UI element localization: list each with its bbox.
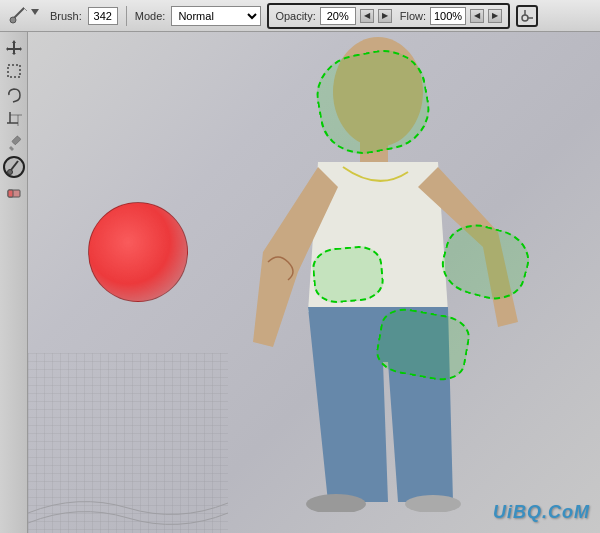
svg-point-7 [524, 10, 526, 12]
airbrush-button[interactable] [516, 5, 538, 27]
svg-point-1 [10, 17, 16, 23]
opacity-prev-btn[interactable]: ◀ [360, 9, 374, 23]
crop-icon [6, 111, 22, 127]
brush-tool-btn[interactable] [3, 156, 25, 178]
svg-rect-14 [11, 136, 20, 145]
eraser-tool-btn[interactable] [3, 180, 25, 202]
brush-icon [9, 6, 29, 26]
svg-rect-9 [8, 65, 20, 77]
mode-select[interactable]: Normal Dissolve Multiply Screen Overlay [171, 6, 261, 26]
crop-tool-btn[interactable] [3, 108, 25, 130]
lasso-icon [6, 87, 22, 103]
svg-marker-8 [6, 40, 22, 55]
brush-preview-circle [88, 202, 188, 302]
mode-label: Mode: [135, 10, 166, 22]
move-tool-btn[interactable] [3, 36, 25, 58]
opacity-flow-group: Opacity: ◀ ▶ Flow: ◀ ▶ [267, 3, 510, 29]
brush-size-input[interactable] [88, 7, 118, 25]
flow-next-btn[interactable]: ▶ [488, 9, 502, 23]
eraser-icon [6, 183, 22, 199]
selection-arm-left [311, 244, 386, 305]
svg-rect-18 [8, 190, 13, 197]
lasso-tool-btn[interactable] [3, 84, 25, 106]
marquee-icon [6, 63, 22, 79]
airbrush-icon [520, 9, 534, 23]
svg-line-15 [11, 161, 18, 170]
opacity-next-btn[interactable]: ▶ [378, 9, 392, 23]
move-icon [6, 39, 22, 55]
chevron-down-icon [31, 9, 39, 23]
eyedropper-icon [6, 135, 22, 151]
marquee-tool-btn[interactable] [3, 60, 25, 82]
canvas-area[interactable]: UiBQ.CoM [28, 32, 600, 533]
svg-line-0 [14, 8, 24, 18]
opacity-label: Opacity: [275, 10, 315, 22]
divider-1 [126, 6, 127, 26]
flow-prev-btn[interactable]: ◀ [470, 9, 484, 23]
top-toolbar: Brush: Mode: Normal Dissolve Multiply Sc… [0, 0, 600, 32]
svg-point-4 [522, 15, 528, 21]
eyedropper-tool-btn[interactable] [3, 132, 25, 154]
brush-tool-icon-btn[interactable] [4, 3, 44, 29]
watermark: UiBQ.CoM [493, 502, 590, 523]
svg-marker-3 [31, 9, 39, 15]
brush-label: Brush: [50, 10, 82, 22]
flow-label: Flow: [400, 10, 426, 22]
opacity-input[interactable] [320, 7, 356, 25]
svg-point-16 [7, 170, 12, 175]
paintbrush-icon [6, 159, 22, 175]
left-toolbar [0, 32, 28, 533]
flow-input[interactable] [430, 7, 466, 25]
